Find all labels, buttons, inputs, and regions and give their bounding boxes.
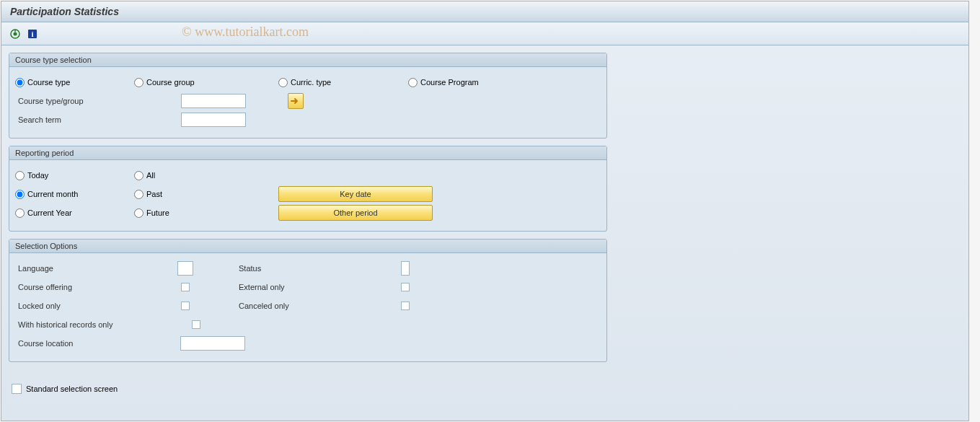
input-course-location[interactable]: [180, 336, 245, 351]
radio-curric-type[interactable]: Curric. type: [278, 78, 408, 87]
group-course-type-selection: Course type selection Course type Course…: [9, 53, 607, 139]
input-course-type-group[interactable]: [181, 94, 246, 108]
label-with-historical: With historical records only: [15, 320, 192, 329]
radio-current-month[interactable]: Current month: [15, 190, 134, 199]
check-canceled-only[interactable]: [401, 302, 410, 310]
radio-today[interactable]: Today: [15, 171, 134, 180]
toolbar: i: [1, 22, 968, 45]
group-title-reporting: Reporting period: [9, 146, 606, 160]
button-other-period[interactable]: Other period: [278, 205, 433, 221]
radio-course-group[interactable]: Course group: [134, 78, 278, 87]
group-title-course-type: Course type selection: [9, 53, 606, 67]
check-external-only[interactable]: [401, 283, 410, 291]
radio-course-type[interactable]: Course type: [15, 78, 134, 87]
radio-course-program[interactable]: Course Program: [408, 78, 538, 87]
input-language[interactable]: [177, 261, 193, 276]
radio-label: Past: [146, 190, 162, 198]
radio-label: Future: [146, 208, 169, 217]
label-course-location: Course location: [15, 339, 180, 348]
label-external-only: External only: [239, 283, 401, 291]
label-search-term: Search term: [15, 115, 174, 124]
radio-label: Course type: [27, 78, 70, 87]
radio-past[interactable]: Past: [134, 190, 278, 199]
input-search-term[interactable]: [181, 113, 246, 127]
app-window: Participation Statistics i © www.tutoria…: [1, 1, 969, 421]
radio-label: Current Year: [27, 208, 72, 217]
group-reporting-period: Reporting period Today All Current m: [9, 146, 607, 232]
check-standard-selection[interactable]: [12, 384, 22, 394]
radio-all[interactable]: All: [134, 171, 278, 180]
page-title: Participation Statistics: [1, 1, 968, 22]
label-course-type-group: Course type/group: [15, 97, 174, 105]
label-status: Status: [239, 264, 401, 273]
info-icon[interactable]: i: [26, 27, 39, 40]
check-course-offering[interactable]: [181, 283, 190, 291]
group-title-selection: Selection Options: [9, 239, 606, 253]
radio-current-year[interactable]: Current Year: [15, 208, 134, 218]
radio-label: Current month: [27, 190, 78, 198]
radio-label: Course Program: [420, 78, 479, 87]
svg-text:i: i: [31, 30, 33, 38]
label-course-offering: Course offering: [15, 283, 177, 291]
radio-label: Today: [27, 171, 48, 180]
svg-point-1: [14, 32, 17, 35]
input-status[interactable]: [401, 261, 410, 276]
button-key-date[interactable]: Key date: [278, 186, 433, 202]
label-language: Language: [15, 264, 177, 273]
radio-label: All: [146, 171, 155, 180]
execute-icon[interactable]: [9, 27, 22, 40]
group-selection-options: Selection Options Language Status Course…: [9, 239, 607, 362]
content-area: Course type selection Course type Course…: [1, 45, 968, 401]
label-canceled-only: Canceled only: [239, 302, 401, 310]
standard-selection-row: Standard selection screen: [9, 384, 961, 394]
label-locked-only: Locked only: [15, 302, 177, 310]
check-with-historical[interactable]: [192, 320, 200, 329]
radio-label: Course group: [146, 78, 195, 87]
check-locked-only[interactable]: [181, 302, 190, 310]
radio-label: Curric. type: [291, 78, 331, 87]
multi-select-button[interactable]: [288, 93, 304, 109]
radio-future[interactable]: Future: [134, 208, 278, 218]
label-standard-selection: Standard selection screen: [26, 384, 118, 393]
